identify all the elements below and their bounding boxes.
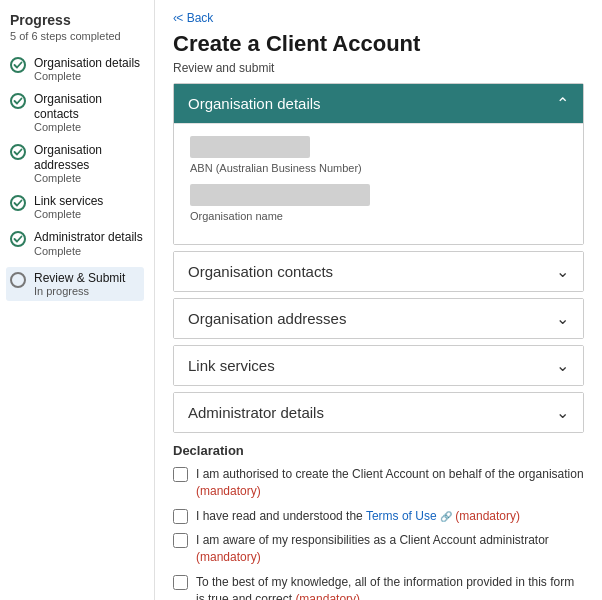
sidebar-item-status-org-addresses: Complete: [34, 172, 144, 184]
sidebar: Progress 5 of 6 steps completed Organisa…: [0, 0, 155, 600]
accordion-header-link-services[interactable]: Link services ⌄: [174, 346, 583, 385]
declaration-text-2: I have read and understood the Terms of …: [196, 508, 520, 525]
abn-label: ABN (Australian Business Number): [190, 162, 567, 174]
sidebar-item-org-addresses[interactable]: Organisation addresses Complete: [10, 143, 144, 184]
declaration-section: Declaration I am authorised to create th…: [173, 443, 584, 600]
declaration-text-3: I am aware of my responsibilities as a C…: [196, 532, 584, 566]
accordion-admin-details: Administrator details ⌄: [173, 392, 584, 433]
chevron-down-icon-org-addresses: ⌄: [556, 309, 569, 328]
sidebar-item-review-submit[interactable]: Review & Submit In progress: [6, 267, 144, 301]
accordion-body-org-details: ABN (Australian Business Number) Organis…: [174, 123, 583, 244]
accordion-link-services: Link services ⌄: [173, 345, 584, 386]
sidebar-item-link-services[interactable]: Link services Complete: [10, 194, 144, 220]
circle-icon-review-submit: [10, 272, 28, 290]
declaration-checkbox-1[interactable]: [173, 467, 188, 482]
chevron-down-icon-org-contacts: ⌄: [556, 262, 569, 281]
sidebar-subtitle: 5 of 6 steps completed: [10, 30, 144, 42]
sidebar-item-label-link-services: Link services: [34, 194, 103, 208]
mandatory-3: (mandatory): [196, 550, 261, 564]
sidebar-item-status-org-contacts: Complete: [34, 121, 144, 133]
check-icon-link-services: [10, 195, 28, 213]
sidebar-item-label-org-addresses: Organisation addresses: [34, 143, 144, 172]
declaration-item-1: I am authorised to create the Client Acc…: [173, 466, 584, 500]
back-link[interactable]: ‹ < Back: [173, 11, 213, 25]
page-title: Create a Client Account: [173, 31, 584, 57]
declaration-item-2: I have read and understood the Terms of …: [173, 508, 584, 525]
sidebar-item-org-details[interactable]: Organisation details Complete: [10, 56, 144, 82]
sidebar-title: Progress: [10, 12, 144, 28]
sidebar-item-status-review-submit: In progress: [34, 285, 125, 297]
sidebar-item-status-admin-details: Complete: [34, 245, 143, 257]
declaration-checkbox-2[interactable]: [173, 509, 188, 524]
terms-of-use-link[interactable]: Terms of Use: [366, 509, 437, 523]
sidebar-item-label-review-submit: Review & Submit: [34, 271, 125, 285]
chevron-up-icon-org-details: ⌃: [556, 94, 569, 113]
sidebar-item-label-org-contacts: Organisation contacts: [34, 92, 144, 121]
sidebar-item-org-contacts[interactable]: Organisation contacts Complete: [10, 92, 144, 133]
check-icon-org-addresses: [10, 144, 28, 162]
declaration-title: Declaration: [173, 443, 584, 458]
abn-value-placeholder: [190, 136, 310, 158]
sidebar-item-admin-details[interactable]: Administrator details Complete: [10, 230, 144, 256]
check-icon-org-details: [10, 57, 28, 75]
sidebar-item-label-org-details: Organisation details: [34, 56, 140, 70]
sidebar-item-status-org-details: Complete: [34, 70, 140, 82]
accordion-org-details: Organisation details ⌃ ABN (Australian B…: [173, 83, 584, 245]
accordion-label-org-details: Organisation details: [188, 95, 321, 112]
accordion-label-org-contacts: Organisation contacts: [188, 263, 333, 280]
mandatory-2: (mandatory): [455, 509, 520, 523]
declaration-text-1: I am authorised to create the Client Acc…: [196, 466, 584, 500]
accordion-header-org-addresses[interactable]: Organisation addresses ⌄: [174, 299, 583, 338]
accordion-header-org-contacts[interactable]: Organisation contacts ⌄: [174, 252, 583, 291]
accordion-header-org-details[interactable]: Organisation details ⌃: [174, 84, 583, 123]
abn-field-group: ABN (Australian Business Number): [190, 136, 567, 174]
orgname-label: Organisation name: [190, 210, 567, 222]
declaration-item-4: To the best of my knowledge, all of the …: [173, 574, 584, 600]
mandatory-1: (mandatory): [196, 484, 261, 498]
chevron-down-icon-link-services: ⌄: [556, 356, 569, 375]
chevron-down-icon-admin-details: ⌄: [556, 403, 569, 422]
accordion-label-admin-details: Administrator details: [188, 404, 324, 421]
accordion-label-org-addresses: Organisation addresses: [188, 310, 346, 327]
orgname-field-group: Organisation name: [190, 184, 567, 222]
review-label: Review and submit: [173, 61, 584, 75]
sidebar-item-label-admin-details: Administrator details: [34, 230, 143, 244]
check-icon-org-contacts: [10, 93, 28, 111]
declaration-checkbox-4[interactable]: [173, 575, 188, 590]
sidebar-item-status-link-services: Complete: [34, 208, 103, 220]
orgname-value-placeholder: [190, 184, 370, 206]
accordion-label-link-services: Link services: [188, 357, 275, 374]
declaration-item-3: I am aware of my responsibilities as a C…: [173, 532, 584, 566]
check-icon-admin-details: [10, 231, 28, 249]
accordion-org-contacts: Organisation contacts ⌄: [173, 251, 584, 292]
accordion-header-admin-details[interactable]: Administrator details ⌄: [174, 393, 583, 432]
mandatory-4: (mandatory): [295, 592, 360, 600]
accordion-org-addresses: Organisation addresses ⌄: [173, 298, 584, 339]
declaration-checkbox-3[interactable]: [173, 533, 188, 548]
main-content: ‹ < Back Create a Client Account Review …: [155, 0, 602, 600]
declaration-text-4: To the best of my knowledge, all of the …: [196, 574, 584, 600]
